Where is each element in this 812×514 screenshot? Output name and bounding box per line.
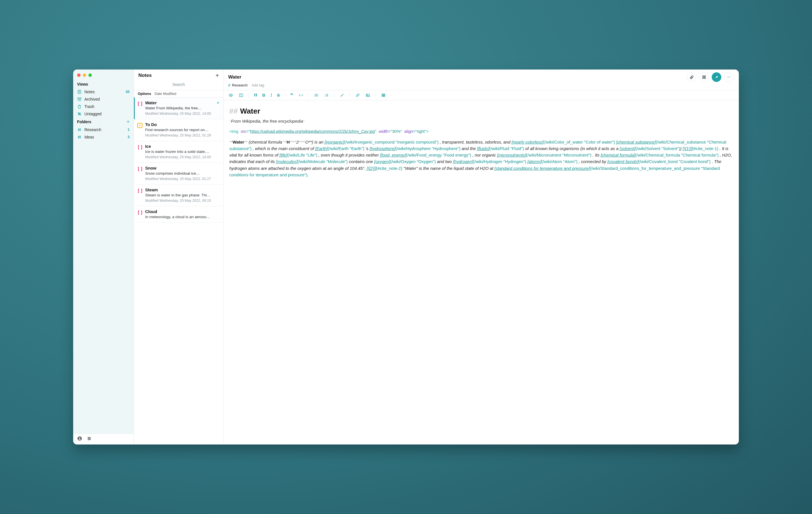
maximize-window-button[interactable]: [88, 74, 92, 77]
minimize-window-button[interactable]: [83, 74, 86, 77]
editor-title: Water: [228, 74, 241, 80]
notes-list-heading: Notes: [139, 73, 152, 78]
link-covalent[interactable]: [covalent bonds]: [607, 159, 638, 164]
note-meta: Modified Wednesday, 25 May 2022, 01:29: [145, 133, 219, 137]
note-item[interactable]: []IceIce is water frozen into a solid st…: [134, 141, 224, 163]
note-title: Water: [145, 100, 219, 105]
link-micronutrients[interactable]: [micronutrients]: [497, 152, 526, 158]
svg-point-11: [88, 437, 89, 438]
list-options-button[interactable]: Options: [138, 92, 151, 96]
link-inorganic[interactable]: [inorganic]: [325, 140, 344, 144]
new-note-button[interactable]: +: [215, 72, 219, 79]
close-window-button[interactable]: [77, 74, 81, 77]
list-sort-button[interactable]: Date Modified: [154, 92, 176, 96]
sidebar-item-count: 30: [125, 90, 129, 94]
sidebar-folder-research[interactable]: Research 1: [73, 126, 134, 133]
sidebar-footer: [73, 433, 134, 445]
quote-button[interactable]: “: [290, 93, 293, 98]
settings-icon[interactable]: [87, 436, 92, 442]
note-meta: Modified Wednesday, 25 May 2022, 14:05: [145, 112, 219, 116]
link-button[interactable]: [355, 93, 360, 98]
brackets-icon: []: [137, 166, 144, 172]
pin-icon: [216, 101, 220, 106]
svg-point-21: [230, 95, 231, 96]
link-atoms[interactable]: [atoms]: [527, 159, 541, 164]
image-button[interactable]: [365, 93, 370, 98]
search-input[interactable]: Search: [134, 80, 224, 90]
link-hydrogen[interactable]: [hydrogen]: [453, 159, 473, 164]
note-item[interactable]: []SnowSnow comprises individual ice…Modi…: [134, 163, 224, 184]
sidebar-folder-ideas[interactable]: Ideas 3: [73, 133, 134, 141]
link-chemical-formula[interactable]: [chemical formula]: [601, 152, 635, 158]
note-list: []WaterWater From Wikipedia, the free…Mo…: [134, 97, 224, 445]
italic-button[interactable]: I: [270, 93, 272, 98]
sidebar-view-archived[interactable]: Archived: [73, 95, 134, 103]
link-earth[interactable]: [Earth]: [315, 146, 327, 151]
sidebar-item-label: Research: [85, 127, 125, 132]
editor-content[interactable]: ## Water *From Wikipedia, the free encyc…: [224, 100, 739, 445]
table-button[interactable]: [381, 93, 386, 98]
link-cite1[interactable]: [\[1\]]: [683, 146, 692, 151]
link-cite2[interactable]: [\[2\]]: [367, 166, 376, 171]
bullet-list-button[interactable]: [314, 93, 319, 98]
add-folder-button[interactable]: +: [126, 119, 130, 124]
note-tag-research[interactable]: #Research: [228, 83, 248, 87]
svg-rect-14: [703, 76, 704, 77]
svg-rect-16: [703, 77, 704, 79]
link-colorless[interactable]: [nearly colorless]: [512, 140, 544, 144]
note-title: To Do: [145, 122, 219, 127]
link-life[interactable]: [life]: [280, 152, 287, 158]
note-title: Ice: [145, 144, 219, 149]
note-item[interactable]: To DoFind research sources for report on…: [134, 119, 224, 141]
account-icon[interactable]: [77, 436, 82, 442]
link-molecules[interactable]: [molecules]: [276, 159, 297, 164]
preview-toggle-button[interactable]: [228, 93, 233, 98]
note-item[interactable]: []WaterWater From Wikipedia, the free…Mo…: [134, 97, 224, 119]
hash-icon: [77, 127, 82, 132]
link-chemical-substance[interactable]: [chemical substance]: [616, 140, 656, 144]
svg-text:3: 3: [325, 95, 325, 97]
archive-icon: [77, 97, 82, 102]
layout-button[interactable]: [699, 72, 709, 82]
note-meta: Modified Wednesday, 25 May 2022, 01:27: [145, 177, 219, 181]
svg-point-18: [727, 77, 728, 77]
svg-point-24: [315, 94, 315, 94]
sidebar: Views Notes 30 Archived Trash Untagged F…: [73, 69, 134, 445]
sidebar-item-count: 1: [127, 127, 129, 132]
highlight-button[interactable]: [340, 93, 345, 98]
notes-list-pane: Notes + Search Options Date Modified []W…: [134, 69, 224, 445]
link-hydrosphere[interactable]: [hydrosphere]: [370, 146, 396, 151]
link-stp[interactable]: [standard conditions for temperature and…: [494, 166, 590, 171]
app-window: Views Notes 30 Archived Trash Untagged F…: [73, 69, 739, 445]
note-preview: Steam is water in the gas phase. Thi…: [145, 193, 219, 197]
note-item[interactable]: []SteamSteam is water in the gas phase. …: [134, 184, 224, 206]
code-button[interactable]: [298, 93, 303, 98]
strikethrough-button[interactable]: S: [277, 93, 280, 98]
note-preview: Water From Wikipedia, the free…: [145, 106, 219, 110]
attachment-button[interactable]: [687, 72, 696, 82]
svg-line-5: [78, 112, 81, 115]
sidebar-view-notes[interactable]: Notes 30: [73, 88, 134, 95]
note-preview: Ice is water frozen into a solid state,…: [145, 149, 219, 154]
svg-point-20: [730, 77, 730, 77]
note-item[interactable]: []CloudIn meteorology, a cloud is an aer…: [134, 206, 224, 223]
link-solvent[interactable]: [solvent]: [619, 146, 635, 151]
brackets-icon: []: [137, 145, 144, 150]
link-fluids[interactable]: [fluids]: [477, 146, 489, 151]
window-controls: [73, 72, 134, 80]
note-preview: Snow comprises individual ice…: [145, 171, 219, 175]
brackets-icon: []: [137, 210, 144, 215]
add-tag-button[interactable]: Add tag: [252, 83, 264, 87]
bold-button[interactable]: B: [262, 93, 265, 98]
heading-button[interactable]: H: [254, 93, 257, 98]
sidebar-item-label: Ideas: [85, 135, 125, 139]
link-oxygen[interactable]: [oxygen]: [374, 159, 390, 164]
more-button[interactable]: [724, 72, 734, 82]
sidebar-view-untagged[interactable]: Untagged: [73, 110, 134, 118]
split-view-button[interactable]: [238, 93, 243, 98]
pin-button[interactable]: [712, 72, 721, 82]
numbered-list-button[interactable]: 123: [324, 93, 329, 98]
note-meta: Modified Wednesday, 25 May 2022, 14:05: [145, 155, 219, 159]
sidebar-view-trash[interactable]: Trash: [73, 103, 134, 110]
link-food-energy[interactable]: [food, energy]: [380, 152, 406, 158]
